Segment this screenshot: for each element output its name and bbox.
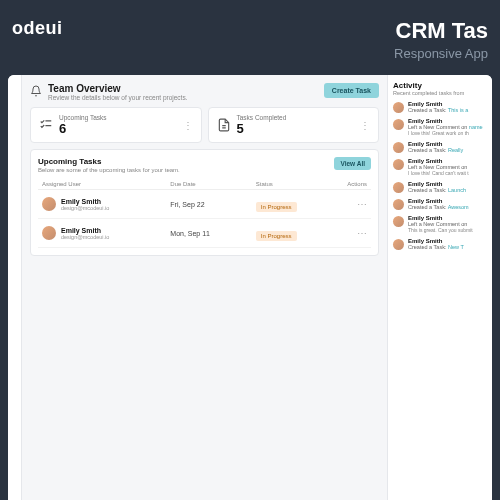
activity-subtitle: Recent completed tasks from	[393, 90, 487, 96]
activity-comment: This is great. Can you submit	[408, 227, 487, 233]
due-date: Mon, Sep 11	[170, 230, 256, 237]
due-date: Fri, Sep 22	[170, 201, 256, 208]
col-due: Due Date	[170, 181, 256, 187]
table-header: Assigned User Due Date Status Actions	[38, 179, 371, 190]
status-badge: In Progress	[256, 231, 297, 241]
avatar	[393, 199, 404, 210]
avatar	[42, 197, 56, 211]
activity-line: Created a Task: Launch	[408, 187, 487, 193]
document-icon	[217, 118, 231, 132]
app-window: Team Overview Review the details below o…	[8, 75, 492, 500]
stat-label: Tasks Completed	[237, 114, 355, 121]
activity-line: Created a Task: Awesom	[408, 204, 487, 210]
row-actions-icon[interactable]: ⋯	[324, 228, 367, 239]
activity-item: Emily SmithCreated a Task: Really	[393, 141, 487, 153]
activity-sidebar: Activity Recent completed tasks from Emi…	[387, 75, 492, 500]
avatar	[393, 159, 404, 170]
avatar	[393, 239, 404, 250]
avatar	[393, 216, 404, 227]
activity-item: Emily SmithLeft a New Comment on nameI l…	[393, 118, 487, 136]
checklist-icon	[39, 118, 53, 132]
activity-comment: I love this! Great work on th	[408, 130, 487, 136]
hero-title: CRM Tas	[394, 18, 488, 44]
activity-line: Created a Task: Really	[408, 147, 487, 153]
avatar	[393, 142, 404, 153]
tasks-subtitle: Below are some of the upcoming tasks for…	[38, 167, 180, 173]
table-row[interactable]: Emily Smithdesign@mcodeui.ioMon, Sep 11I…	[38, 219, 371, 248]
user-name: Emily Smith	[61, 227, 109, 234]
avatar	[393, 102, 404, 113]
user-name: Emily Smith	[61, 198, 109, 205]
page-title: Team Overview	[48, 83, 318, 94]
activity-item: Emily SmithLeft a New Comment on This is…	[393, 215, 487, 233]
stat-completed: Tasks Completed 5 ⋮	[208, 107, 380, 143]
status-badge: In Progress	[256, 202, 297, 212]
upcoming-tasks-card: Upcoming Tasks Below are some of the upc…	[30, 149, 379, 256]
stat-value: 6	[59, 121, 177, 136]
activity-item: Emily SmithCreated a Task: This is a	[393, 101, 487, 113]
user-email: design@mcodeui.io	[61, 205, 109, 211]
col-actions: Actions	[324, 181, 367, 187]
tasks-title: Upcoming Tasks	[38, 157, 180, 166]
activity-item: Emily SmithCreated a Task: New T	[393, 238, 487, 250]
avatar	[42, 226, 56, 240]
stat-upcoming: Upcoming Tasks 6 ⋮	[30, 107, 202, 143]
avatar	[393, 182, 404, 193]
col-status: Status	[256, 181, 324, 187]
view-all-button[interactable]: View All	[334, 157, 371, 170]
avatar	[393, 119, 404, 130]
activity-line: Created a Task: New T	[408, 244, 487, 250]
page-subtitle: Review the details below of your recent …	[48, 94, 318, 101]
activity-item: Emily SmithLeft a New Comment on I love …	[393, 158, 487, 176]
activity-item: Emily SmithCreated a Task: Awesom	[393, 198, 487, 210]
left-nav-rail	[8, 75, 22, 500]
row-actions-icon[interactable]: ⋯	[324, 199, 367, 210]
stat-label: Upcoming Tasks	[59, 114, 177, 121]
activity-line: Created a Task: This is a	[408, 107, 487, 113]
stat-menu-icon[interactable]: ⋮	[183, 120, 193, 131]
col-user: Assigned User	[42, 181, 170, 187]
create-task-button[interactable]: Create Task	[324, 83, 379, 98]
bell-icon	[30, 85, 42, 97]
activity-item: Emily SmithCreated a Task: Launch	[393, 181, 487, 193]
brand-logo: odeui	[12, 18, 63, 61]
table-row[interactable]: Emily Smithdesign@mcodeui.ioFri, Sep 22I…	[38, 190, 371, 219]
activity-comment: I love this! Cand can't wait t	[408, 170, 487, 176]
stat-menu-icon[interactable]: ⋮	[360, 120, 370, 131]
user-email: design@mcodeui.io	[61, 234, 109, 240]
stat-value: 5	[237, 121, 355, 136]
hero-subtitle: Responsive App	[394, 46, 488, 61]
activity-title: Activity	[393, 81, 487, 90]
